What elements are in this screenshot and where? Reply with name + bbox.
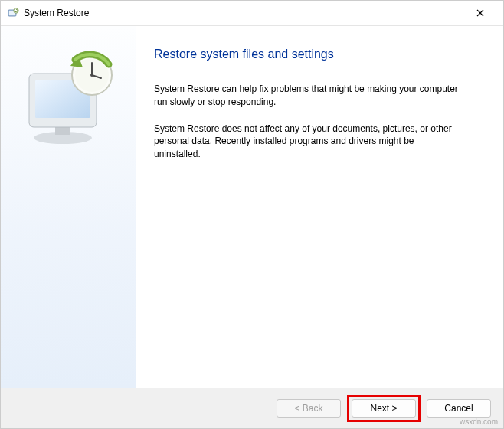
restore-monitor-icon	[18, 47, 118, 147]
main-panel: Restore system files and settings System…	[136, 26, 503, 388]
content-area: Restore system files and settings System…	[1, 25, 503, 388]
wizard-footer: < Back Next > Cancel	[1, 388, 503, 428]
intro-paragraph-1: System Restore can help fix problems tha…	[154, 83, 460, 109]
system-restore-window: System Restore	[0, 0, 504, 429]
next-button[interactable]: Next >	[352, 399, 416, 418]
system-restore-icon	[7, 7, 19, 19]
svg-point-12	[90, 74, 93, 77]
back-button: < Back	[277, 399, 341, 418]
close-button[interactable]	[463, 2, 497, 25]
page-heading: Restore system files and settings	[154, 47, 479, 61]
sidebar	[1, 26, 136, 388]
intro-paragraph-2: System Restore does not affect any of yo…	[154, 123, 460, 161]
close-icon	[476, 9, 484, 17]
window-title: System Restore	[24, 8, 463, 18]
next-button-highlight: Next >	[347, 395, 421, 422]
cancel-button[interactable]: Cancel	[427, 399, 491, 418]
titlebar: System Restore	[1, 1, 503, 25]
